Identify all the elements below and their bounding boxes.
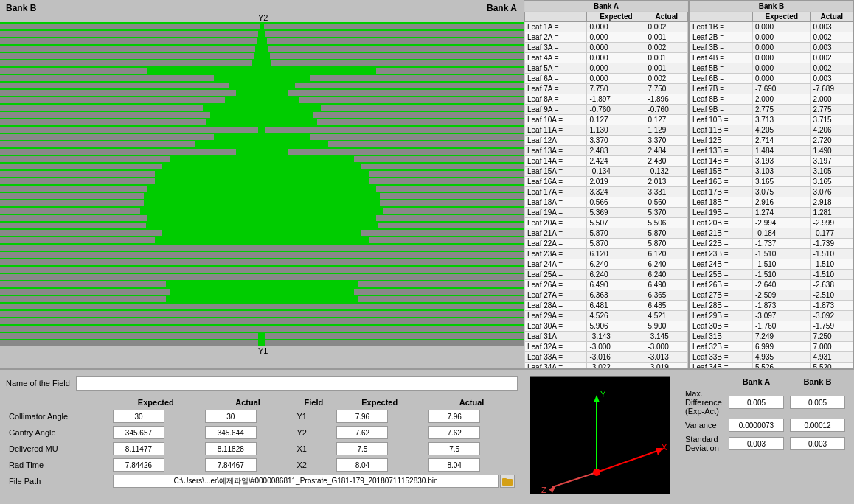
gantry-row: Gantry Angle Y2 — [6, 424, 518, 441]
gantry-expected-input[interactable] — [113, 426, 164, 439]
x1-expected-input[interactable] — [336, 442, 388, 455]
radtime-actual-input[interactable] — [205, 458, 257, 472]
leaf-row: Leaf 31B = 7.249 7.250 — [690, 332, 853, 342]
leaf-row: Leaf 14A = 2.424 2.430 — [525, 156, 688, 167]
leaf-id: Leaf 5B = — [690, 63, 753, 74]
leaf-id: Leaf 10B = — [690, 115, 753, 125]
coord-display: Y X Z — [530, 376, 670, 494]
leaf-id: Leaf 19A = — [525, 208, 587, 218]
leaf-actual: 6.240 — [645, 270, 688, 280]
bank-a-table-container[interactable]: Bank A Expected Actual Leaf 1A = 0.000 0… — [524, 0, 689, 368]
bank-b-col-actual: Actual — [810, 12, 853, 22]
leaf-row: Leaf 33A = -3.016 -3.013 — [525, 352, 688, 363]
leaf-row: Leaf 23B = -1.510 -1.510 — [690, 249, 853, 259]
field-name-input[interactable] — [76, 376, 518, 391]
leaf-actual: 0.002 — [645, 43, 688, 53]
svg-rect-45 — [0, 186, 147, 192]
leaf-id: Leaf 21A = — [525, 228, 587, 239]
x2-expected-input[interactable] — [336, 458, 388, 472]
collimator-expected-input[interactable] — [113, 410, 164, 423]
leaf-expected: 6.490 — [587, 280, 645, 290]
std-dev-b-input[interactable] — [790, 437, 845, 450]
y1-expected-input[interactable] — [336, 410, 388, 423]
leaf-row: Leaf 9B = 2.775 2.775 — [690, 105, 853, 115]
radtime-expected-input[interactable] — [113, 458, 164, 472]
filepath-input[interactable] — [113, 475, 499, 488]
variance-b-input[interactable] — [790, 419, 845, 432]
svg-rect-18 — [295, 83, 524, 88]
svg-rect-51 — [0, 208, 140, 214]
collimator-actual-input[interactable] — [205, 410, 257, 423]
leaf-expected: 0.000 — [753, 63, 811, 74]
leaf-expected: -0.184 — [753, 228, 811, 239]
leaf-actual: -2.638 — [810, 280, 853, 290]
leaf-actual: -2.999 — [810, 218, 853, 228]
leaf-expected: -3.022 — [587, 363, 645, 369]
max-diff-a-input[interactable] — [729, 396, 784, 409]
x2-actual-input[interactable] — [428, 458, 480, 472]
leaf-actual: 2.013 — [645, 177, 688, 187]
leaf-actual: 2.720 — [810, 136, 853, 146]
mu-actual-input[interactable] — [205, 442, 257, 455]
leaf-row: Leaf 18B = 2.916 2.918 — [690, 197, 853, 208]
mu-expected-input[interactable] — [113, 442, 164, 455]
svg-rect-36 — [288, 149, 524, 155]
bank-b-table-container[interactable]: Bank B Expected Actual Leaf 1B = 0.000 0… — [689, 0, 854, 368]
leaf-expected: -3.097 — [753, 311, 811, 321]
leaf-actual: -1.739 — [810, 239, 853, 249]
leaf-row: Leaf 28B = -1.873 -1.873 — [690, 301, 853, 311]
leaf-id: Leaf 16A = — [525, 177, 587, 187]
svg-rect-71 — [0, 281, 166, 287]
leaf-row: Leaf 24A = 6.240 6.240 — [525, 259, 688, 270]
leaf-expected: 5.369 — [587, 208, 645, 218]
folder-button[interactable] — [500, 475, 515, 488]
y2-actual-input[interactable] — [428, 426, 480, 439]
leaf-expected: 5.870 — [587, 228, 645, 239]
leaf-id: Leaf 1B = — [690, 22, 753, 32]
leaf-expected: 3.324 — [587, 187, 645, 197]
leaf-expected: 3.165 — [753, 177, 811, 187]
leaf-id: Leaf 7B = — [690, 84, 753, 94]
leaf-id: Leaf 15B = — [690, 167, 753, 177]
svg-rect-57 — [0, 230, 162, 236]
leaf-expected: 0.566 — [587, 197, 645, 208]
leaf-actual: 5.370 — [645, 208, 688, 218]
leaf-row: Leaf 34B = 5.526 5.520 — [690, 363, 853, 369]
leaf-id: Leaf 27B = — [690, 290, 753, 301]
y2-expected-input[interactable] — [336, 426, 388, 439]
leaf-actual: 7.250 — [810, 332, 853, 342]
leaf-expected: 1.484 — [753, 146, 811, 156]
leaf-id: Leaf 4A = — [525, 53, 587, 63]
mlc-area: Bank B Bank A Y2 Y1 X1 X2 — [0, 0, 524, 368]
params-expected-header: Expected — [110, 396, 202, 408]
main-container: Bank B Bank A Y2 Y1 X1 X2 — [0, 0, 854, 504]
mlc-svg — [0, 22, 524, 346]
leaf-id: Leaf 13A = — [525, 146, 587, 156]
y1-actual-input[interactable] — [428, 410, 480, 423]
leaf-expected: 3.370 — [587, 136, 645, 146]
svg-rect-14 — [376, 68, 524, 74]
leaf-actual: 6.120 — [645, 249, 688, 259]
std-dev-a-input[interactable] — [729, 437, 784, 450]
mu-row: Delivered MU X1 — [6, 441, 518, 457]
leaf-expected: 5.526 — [753, 363, 811, 369]
leaf-expected: 2.775 — [753, 105, 811, 115]
leaf-id: Leaf 2B = — [690, 32, 753, 43]
svg-rect-8 — [268, 46, 524, 52]
bank-b-header-label: Bank B — [6, 3, 36, 13]
max-diff-b-input[interactable] — [790, 396, 845, 409]
variance-a-input[interactable] — [729, 419, 784, 432]
leaf-expected: -0.760 — [587, 105, 645, 115]
leaf-actual: 3.197 — [810, 156, 853, 167]
gantry-actual-input[interactable] — [205, 426, 257, 439]
leaf-actual: 0.001 — [645, 53, 688, 63]
svg-rect-13 — [0, 68, 147, 74]
x1-actual-input[interactable] — [428, 442, 480, 455]
svg-rect-31 — [0, 134, 214, 140]
leaf-id: Leaf 26B = — [690, 280, 753, 290]
svg-rect-78 — [188, 304, 524, 309]
bank-b-section-header: Bank B — [690, 1, 853, 12]
leaf-row: Leaf 20B = -2.994 -2.999 — [690, 218, 853, 228]
field-name-label: Name of the Field — [6, 379, 70, 388]
bank-b-table: Bank B Expected Actual Leaf 1B = 0.000 0… — [690, 1, 853, 368]
